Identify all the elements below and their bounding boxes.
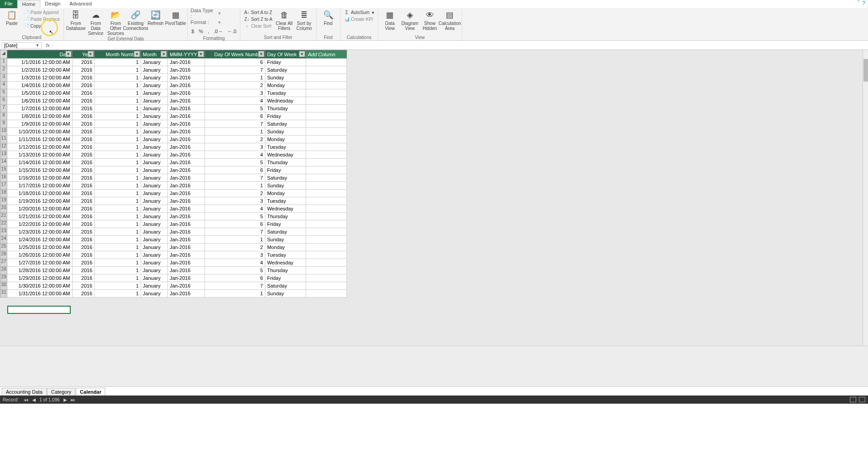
select-all-corner[interactable]: ◢ bbox=[0, 50, 7, 59]
clear-filters-button[interactable]: 🗑Clear All Filters bbox=[275, 9, 293, 31]
find-button[interactable]: 🔍Find bbox=[319, 9, 337, 26]
cell-month[interactable]: January bbox=[141, 97, 167, 105]
cell-mmm-yyyy[interactable]: Jan-2016 bbox=[168, 290, 205, 298]
cell-add[interactable] bbox=[306, 274, 346, 282]
row-header[interactable]: 28 bbox=[0, 267, 7, 274]
filter-icon[interactable]: ▼ bbox=[65, 51, 72, 57]
table-row[interactable]: 291/29/2016 12:00:00 AM20161JanuaryJan-2… bbox=[0, 274, 347, 282]
cell-dow[interactable]: Sunday bbox=[265, 236, 306, 244]
cell-month[interactable]: January bbox=[141, 66, 167, 74]
cell-month[interactable]: January bbox=[141, 282, 167, 290]
cell-month-number[interactable]: 1 bbox=[94, 97, 141, 105]
name-box[interactable]: [Date]▼ bbox=[2, 42, 42, 49]
cell-month[interactable]: January bbox=[141, 120, 167, 128]
cell-dow[interactable]: Wednesday bbox=[265, 97, 306, 105]
column-header-year[interactable]: Year▼ bbox=[72, 50, 94, 59]
row-header[interactable]: 29 bbox=[0, 274, 7, 282]
cell-year[interactable]: 2016 bbox=[72, 182, 94, 190]
cell-year[interactable]: 2016 bbox=[72, 159, 94, 166]
cell-date[interactable]: 1/29/2016 12:00:00 AM bbox=[7, 274, 72, 282]
cell-date[interactable]: 1/21/2016 12:00:00 AM bbox=[7, 213, 72, 220]
cell-add[interactable] bbox=[306, 197, 346, 205]
cell-dow-number[interactable]: 2 bbox=[205, 244, 265, 251]
cell-mmm-yyyy[interactable]: Jan-2016 bbox=[168, 267, 205, 274]
cell-mmm-yyyy[interactable]: Jan-2016 bbox=[168, 236, 205, 244]
add-column-header[interactable]: Add Column bbox=[306, 50, 346, 59]
cell-month[interactable]: January bbox=[141, 166, 167, 174]
cell-month-number[interactable]: 1 bbox=[94, 159, 141, 166]
cell-month[interactable]: January bbox=[141, 159, 167, 166]
cell-month-number[interactable]: 1 bbox=[94, 220, 141, 228]
cell-date[interactable]: 1/7/2016 12:00:00 AM bbox=[7, 105, 72, 112]
cell-mmm-yyyy[interactable]: Jan-2016 bbox=[168, 151, 205, 159]
row-header[interactable]: 8 bbox=[0, 112, 7, 120]
cell-date[interactable]: 1/24/2016 12:00:00 AM bbox=[7, 236, 72, 244]
cell-month-number[interactable]: 1 bbox=[94, 136, 141, 143]
cell-date[interactable]: 1/30/2016 12:00:00 AM bbox=[7, 282, 72, 290]
cell-dow-number[interactable]: 3 bbox=[205, 197, 265, 205]
cell-dow[interactable]: Saturday bbox=[265, 282, 306, 290]
cell-month[interactable]: January bbox=[141, 205, 167, 213]
cell-month-number[interactable]: 1 bbox=[94, 82, 141, 89]
cell-month-number[interactable]: 1 bbox=[94, 128, 141, 136]
cell-month[interactable]: January bbox=[141, 228, 167, 236]
cell-year[interactable]: 2016 bbox=[72, 190, 94, 197]
row-header[interactable]: 4 bbox=[0, 82, 7, 89]
cell-year[interactable]: 2016 bbox=[72, 220, 94, 228]
currency-button[interactable]: $ bbox=[190, 29, 195, 34]
cell-year[interactable]: 2016 bbox=[72, 251, 94, 259]
nav-prev-icon[interactable]: ◀ bbox=[32, 397, 36, 402]
format-dropdown[interactable]: ▾ bbox=[218, 20, 221, 25]
cell-dow-number[interactable]: 6 bbox=[205, 274, 265, 282]
cell-dow[interactable]: Tuesday bbox=[265, 143, 306, 151]
vertical-scrollbar[interactable] bbox=[863, 50, 868, 346]
cell-month[interactable]: January bbox=[141, 213, 167, 220]
name-box-dropdown-icon[interactable]: ▼ bbox=[35, 43, 39, 48]
cell-add[interactable] bbox=[306, 205, 346, 213]
cell-year[interactable]: 2016 bbox=[72, 166, 94, 174]
cell-month[interactable]: January bbox=[141, 89, 167, 97]
cell-month-number[interactable]: 1 bbox=[94, 151, 141, 159]
column-header-month[interactable]: Month▼ bbox=[141, 50, 167, 59]
cell-month[interactable]: January bbox=[141, 274, 167, 282]
cell-date[interactable]: 1/19/2016 12:00:00 AM bbox=[7, 197, 72, 205]
cell-mmm-yyyy[interactable]: Jan-2016 bbox=[168, 66, 205, 74]
nav-first-icon[interactable]: ⏮ bbox=[24, 397, 29, 402]
cell-add[interactable] bbox=[306, 259, 346, 267]
table-row[interactable]: 161/16/2016 12:00:00 AM20161JanuaryJan-2… bbox=[0, 174, 347, 182]
cell-month-number[interactable]: 1 bbox=[94, 244, 141, 251]
diagram-view-status-icon[interactable] bbox=[859, 397, 865, 402]
help-icon[interactable]: ? bbox=[862, 0, 865, 8]
increase-decimal-button[interactable]: .0→ bbox=[213, 29, 224, 34]
cell-dow-number[interactable]: 5 bbox=[205, 213, 265, 220]
row-header[interactable]: 2 bbox=[0, 66, 7, 74]
cell-year[interactable]: 2016 bbox=[72, 128, 94, 136]
column-header-dow[interactable]: Day Of Week▼ bbox=[265, 50, 306, 59]
sheet-tab-accounting[interactable]: Accounting Data bbox=[2, 388, 47, 396]
data-view-status-icon[interactable] bbox=[850, 397, 856, 402]
cell-add[interactable] bbox=[306, 251, 346, 259]
copy-button[interactable]: 📄Copy bbox=[23, 23, 61, 29]
cell-date[interactable]: 1/23/2016 12:00:00 AM bbox=[7, 228, 72, 236]
selected-cell[interactable] bbox=[7, 306, 71, 314]
cell-dow[interactable]: Sunday bbox=[265, 128, 306, 136]
cell-year[interactable]: 2016 bbox=[72, 290, 94, 298]
cell-add[interactable] bbox=[306, 128, 346, 136]
cell-mmm-yyyy[interactable]: Jan-2016 bbox=[168, 282, 205, 290]
nav-next-icon[interactable]: ▶ bbox=[63, 397, 67, 402]
cell-add[interactable] bbox=[306, 89, 346, 97]
cell-month-number[interactable]: 1 bbox=[94, 274, 141, 282]
cell-month[interactable]: January bbox=[141, 105, 167, 112]
cell-dow-number[interactable]: 5 bbox=[205, 267, 265, 274]
table-row[interactable]: 61/6/2016 12:00:00 AM20161JanuaryJan-201… bbox=[0, 97, 347, 105]
cell-month[interactable]: January bbox=[141, 151, 167, 159]
cell-year[interactable]: 2016 bbox=[72, 174, 94, 182]
cell-dow[interactable]: Friday bbox=[265, 274, 306, 282]
decrease-decimal-button[interactable]: ←.0 bbox=[226, 29, 237, 34]
table-row[interactable]: 261/26/2016 12:00:00 AM20161JanuaryJan-2… bbox=[0, 251, 347, 259]
table-row[interactable]: 171/17/2016 12:00:00 AM20161JanuaryJan-2… bbox=[0, 182, 347, 190]
cell-dow-number[interactable]: 4 bbox=[205, 259, 265, 267]
cell-add[interactable] bbox=[306, 59, 346, 66]
cell-date[interactable]: 1/8/2016 12:00:00 AM bbox=[7, 112, 72, 120]
cell-mmm-yyyy[interactable]: Jan-2016 bbox=[168, 259, 205, 267]
